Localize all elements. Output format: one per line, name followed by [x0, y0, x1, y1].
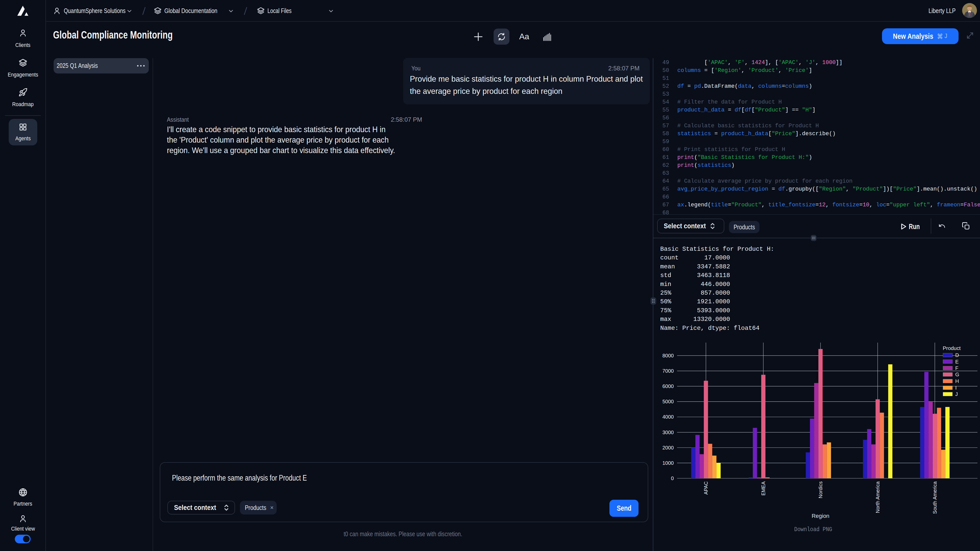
svg-text:H: H [955, 378, 959, 384]
svg-text:J: J [955, 391, 958, 397]
svg-text:EMEA: EMEA [760, 481, 766, 495]
svg-text:Nordics: Nordics [818, 481, 823, 499]
svg-text:North America: North America [875, 481, 880, 513]
svg-text:E: E [955, 359, 959, 365]
svg-text:APAC: APAC [703, 481, 709, 495]
svg-text:7000: 7000 [662, 368, 674, 374]
svg-text:4000: 4000 [662, 414, 674, 420]
svg-text:1000: 1000 [662, 460, 674, 466]
svg-text:I: I [955, 385, 957, 391]
svg-text:3000: 3000 [662, 430, 674, 435]
svg-text:0: 0 [671, 475, 674, 481]
svg-text:Product: Product [943, 345, 961, 351]
svg-text:South America: South America [932, 481, 938, 514]
svg-text:F: F [955, 365, 958, 371]
svg-text:Region: Region [811, 513, 829, 519]
svg-text:6000: 6000 [662, 383, 674, 389]
svg-text:5000: 5000 [662, 399, 674, 404]
svg-text:G: G [955, 372, 959, 377]
svg-text:D: D [955, 352, 959, 358]
svg-text:8000: 8000 [662, 353, 674, 359]
svg-text:2000: 2000 [662, 445, 674, 451]
